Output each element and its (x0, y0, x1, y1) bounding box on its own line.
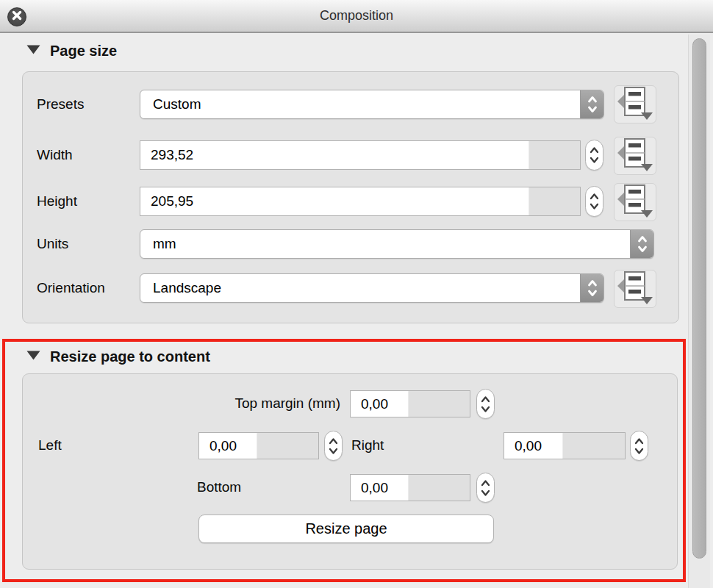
right-margin-value: 0,00 (504, 438, 542, 454)
orientation-dropdown-value: Landscape (140, 280, 580, 296)
resize-section-header[interactable]: Resize page to content (26, 347, 210, 366)
height-data-defined-button[interactable] (614, 183, 656, 221)
presets-dropdown-value: Custom (140, 96, 580, 112)
width-input[interactable]: 293,52 (140, 140, 581, 170)
width-label: Width (37, 140, 125, 170)
presets-dropdown[interactable]: Custom (140, 90, 604, 119)
bottom-margin-input[interactable]: 0,00 (350, 474, 470, 501)
panel-titlebar: Composition (0, 0, 713, 33)
top-margin-value: 0,00 (351, 396, 388, 412)
width-data-defined-button[interactable] (614, 137, 656, 175)
orientation-label: Orientation (37, 273, 132, 303)
close-button[interactable] (7, 7, 26, 26)
collapse-triangle-icon (26, 350, 40, 363)
chevrons-up-down-icon (580, 90, 603, 118)
units-dropdown-value: mm (140, 236, 630, 252)
panel-title: Composition (0, 0, 713, 32)
resize-section-title: Resize page to content (50, 348, 210, 365)
bottom-margin-input-gray-area (408, 475, 470, 501)
page-size-section-header[interactable]: Page size (26, 41, 117, 60)
width-input-gray-area (529, 141, 580, 169)
height-value: 205,95 (140, 193, 193, 209)
left-margin-input[interactable]: 0,00 (198, 432, 319, 459)
top-margin-stepper[interactable] (476, 389, 495, 419)
right-margin-stepper[interactable] (630, 431, 648, 461)
resize-page-button[interactable]: Resize page (198, 514, 494, 543)
top-margin-input[interactable]: 0,00 (350, 390, 470, 417)
left-margin-stepper[interactable] (324, 431, 343, 461)
orientation-dropdown[interactable]: Landscape (140, 273, 604, 303)
top-margin-label: Top margin (mm) (162, 389, 340, 418)
chevrons-up-down-icon (580, 274, 603, 302)
left-margin-value: 0,00 (199, 438, 237, 454)
height-label: Height (37, 187, 125, 216)
scrollbar-track[interactable] (688, 35, 710, 588)
data-defined-override-icon (617, 270, 653, 308)
right-margin-input-gray-area (562, 433, 625, 459)
page-size-section-title: Page size (50, 43, 117, 60)
chevrons-up-down-icon (630, 230, 653, 258)
width-value: 293,52 (140, 147, 193, 163)
collapse-triangle-icon (26, 44, 40, 57)
height-input-gray-area (529, 187, 580, 215)
bottom-margin-value: 0,00 (351, 480, 388, 496)
left-margin-label: Left (38, 431, 126, 460)
height-input[interactable]: 205,95 (140, 187, 581, 216)
units-dropdown[interactable]: mm (140, 229, 654, 259)
top-margin-input-gray-area (408, 391, 470, 417)
height-stepper[interactable] (585, 186, 603, 217)
scrollbar-thumb[interactable] (692, 38, 706, 559)
left-margin-input-gray-area (257, 433, 318, 459)
bottom-margin-label: Bottom (197, 473, 285, 502)
data-defined-override-icon (617, 183, 653, 221)
right-margin-label: Right (351, 431, 440, 460)
bottom-margin-stepper[interactable] (476, 473, 495, 503)
presets-label: Presets (37, 90, 125, 119)
data-defined-override-icon (617, 137, 653, 175)
data-defined-override-icon (617, 85, 653, 123)
presets-data-defined-button[interactable] (614, 85, 656, 123)
width-stepper[interactable] (585, 140, 603, 171)
close-icon (12, 10, 22, 24)
right-margin-input[interactable]: 0,00 (504, 432, 626, 459)
units-label: Units (37, 229, 125, 259)
orientation-data-defined-button[interactable] (614, 270, 656, 308)
